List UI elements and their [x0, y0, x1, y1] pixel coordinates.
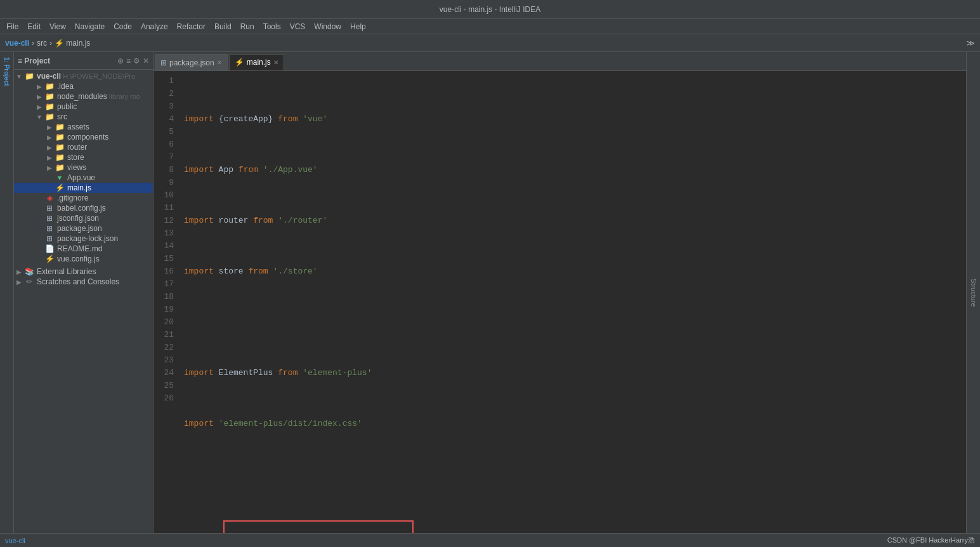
- tree-item-vueconfig[interactable]: ▶ ⚡ vue.config.js: [14, 254, 153, 264]
- tree-item-views[interactable]: ▶ 📁 views: [14, 162, 153, 173]
- tree-label: package-lock.json: [57, 234, 118, 243]
- arrow-icon: ▶: [34, 83, 44, 90]
- tab-label: package.json: [169, 58, 214, 67]
- tree-label: public: [57, 102, 77, 111]
- code-line-8: [184, 468, 966, 481]
- title-bar: vue-cli - main.js - IntelliJ IDEA: [0, 0, 980, 19]
- arrow-icon: ▶: [34, 93, 44, 100]
- js-icon: ⚡: [55, 183, 65, 192]
- tree-item-gitignore[interactable]: ▶ ◈ .gitignore: [14, 193, 153, 203]
- sidebar-icons: ⊕ ≡ ⚙ ✕: [117, 56, 149, 65]
- arrow-icon: ▶: [44, 124, 55, 131]
- tree-item-store[interactable]: ▶ 📁 store: [14, 152, 153, 162]
- tree-label: router: [67, 143, 87, 152]
- code-editor[interactable]: import {createApp} from 'vue' import App…: [179, 71, 966, 533]
- collapse-icon[interactable]: ≡: [126, 56, 131, 65]
- tree-label: Scratches and Consoles: [37, 277, 119, 286]
- red-box-9-10: import axios from 'axios' import VueAxio…: [223, 520, 414, 533]
- title-text: vue-cli - main.js - IntelliJ IDEA: [440, 5, 540, 14]
- tree-label: package.json: [57, 224, 102, 233]
- locate-icon[interactable]: ⊕: [117, 56, 124, 65]
- status-author: CSDN @FBI HackerHarry浩: [887, 536, 975, 545]
- code-line-7: import 'element-plus/dist/index.css': [184, 418, 966, 430]
- tree-item-scratches[interactable]: ▶ ✏ Scratches and Consoles: [14, 277, 153, 287]
- left-vtabs: 1: Project: [0, 52, 14, 533]
- tree-label: vue-cli H:\POWER_NODE\Pro: [37, 72, 135, 81]
- menu-analyze[interactable]: Analyze: [137, 21, 172, 32]
- tree-label: External Libraries: [37, 267, 96, 276]
- menu-run[interactable]: Run: [237, 21, 258, 32]
- code-line-4: import store from './store': [184, 265, 966, 278]
- scratch-icon: ✏: [24, 277, 34, 286]
- menu-window[interactable]: Window: [310, 21, 345, 32]
- breadcrumb-bar: vue-cli › src › ⚡ main.js ≫: [0, 34, 980, 52]
- vue-icon: ▼: [55, 174, 65, 181]
- editor-area: ⊞ package.json ✕ ⚡ main.js ✕ 1 2 3 4 5 6…: [154, 52, 966, 533]
- arrow-icon: ▶: [34, 103, 44, 110]
- menu-file[interactable]: File: [3, 21, 22, 32]
- tree-item-packagejson[interactable]: ▶ ⊞ package.json: [14, 223, 153, 234]
- breadcrumb-expand[interactable]: ≫: [967, 39, 975, 48]
- tabs-bar: ⊞ package.json ✕ ⚡ main.js ✕: [154, 52, 966, 71]
- tree-item-assets[interactable]: ▶ 📁 assets: [14, 122, 153, 132]
- tree-item-public[interactable]: ▶ 📁 public: [14, 102, 153, 112]
- settings-icon[interactable]: ⚙: [133, 56, 140, 65]
- breadcrumb-file[interactable]: ⚡ main.js: [55, 39, 90, 48]
- menu-edit[interactable]: Edit: [23, 21, 44, 32]
- tree-label: src: [57, 112, 67, 121]
- folder-icon: 📁: [55, 143, 65, 152]
- breadcrumb-project[interactable]: vue-cli: [5, 39, 29, 48]
- editor-content[interactable]: 1 2 3 4 5 6 7 8 9 10 11 12 13 14 15 16 1…: [154, 71, 966, 533]
- tree-label: .idea: [57, 82, 74, 91]
- md-icon: 📄: [44, 244, 55, 253]
- code-line-2: import App from './App.vue': [184, 164, 966, 176]
- menu-bar: File Edit View Navigate Code Analyze Ref…: [0, 19, 980, 34]
- close-icon[interactable]: ✕: [143, 56, 149, 65]
- menu-help[interactable]: Help: [346, 21, 370, 32]
- menu-vcs[interactable]: VCS: [286, 21, 310, 32]
- tree-item-idea[interactable]: ▶ 📁 .idea: [14, 81, 153, 91]
- menu-refactor[interactable]: Refactor: [173, 21, 209, 32]
- tree-item-app-vue[interactable]: ▶ ▼ App.vue: [14, 173, 153, 183]
- tree-item-jsconfig[interactable]: ▶ ⊞ jsconfig.json: [14, 213, 153, 223]
- tree-item-ext-libs[interactable]: ▶ 📚 External Libraries: [14, 267, 153, 277]
- tree-label: jsconfig.json: [57, 214, 99, 223]
- menu-view[interactable]: View: [46, 21, 70, 32]
- tree-label: views: [67, 163, 86, 172]
- structure-tab[interactable]: Structure: [966, 52, 980, 533]
- lib-icon: 📚: [24, 267, 34, 276]
- status-left: vue-cli: [5, 537, 25, 544]
- vtab-project[interactable]: 1: Project: [2, 55, 11, 89]
- breadcrumb-src[interactable]: src: [37, 39, 47, 48]
- tab-package-json[interactable]: ⊞ package.json ✕: [155, 54, 228, 70]
- folder-icon: 📁: [44, 92, 55, 101]
- tab-close[interactable]: ✕: [217, 59, 222, 66]
- tree-item-main-js[interactable]: ▶ ⚡ main.js: [14, 183, 153, 193]
- tree-item-babel[interactable]: ▶ ⊞ babel.config.js: [14, 203, 153, 213]
- menu-code[interactable]: Code: [110, 21, 136, 32]
- tab-main-js[interactable]: ⚡ main.js ✕: [229, 54, 284, 70]
- menu-navigate[interactable]: Navigate: [71, 21, 108, 32]
- tab-icon: ⊞: [160, 58, 167, 67]
- tree-label: node_modules library roo: [57, 92, 140, 101]
- arrow-icon: ▶: [14, 279, 24, 286]
- tree-label: vue.config.js: [57, 254, 100, 263]
- arrow-icon: ▶: [44, 164, 55, 171]
- folder-icon: 📁: [55, 163, 65, 172]
- tab-close[interactable]: ✕: [273, 59, 278, 66]
- breadcrumb-sep2: ›: [49, 39, 52, 48]
- tree-item-src[interactable]: ▼ 📁 src: [14, 112, 153, 122]
- menu-build[interactable]: Build: [211, 21, 235, 32]
- tree-item-package-lock[interactable]: ▶ ⊞ package-lock.json: [14, 234, 153, 244]
- tree-label: README.md: [57, 244, 102, 253]
- menu-tools[interactable]: Tools: [259, 21, 285, 32]
- tree-item-vue-cli[interactable]: ▼ 📁 vue-cli H:\POWER_NODE\Pro: [14, 71, 153, 81]
- tree-item-node-modules[interactable]: ▶ 📁 node_modules library roo: [14, 91, 153, 102]
- tree-item-components[interactable]: ▶ 📁 components: [14, 132, 153, 142]
- tree-item-router[interactable]: ▶ 📁 router: [14, 142, 153, 152]
- tree-item-readme[interactable]: ▶ 📄 README.md: [14, 244, 153, 254]
- tab-icon: ⚡: [235, 58, 244, 67]
- tree-label: store: [67, 153, 84, 162]
- code-line-1: import {createApp} from 'vue': [184, 113, 966, 126]
- tab-label: main.js: [247, 58, 271, 67]
